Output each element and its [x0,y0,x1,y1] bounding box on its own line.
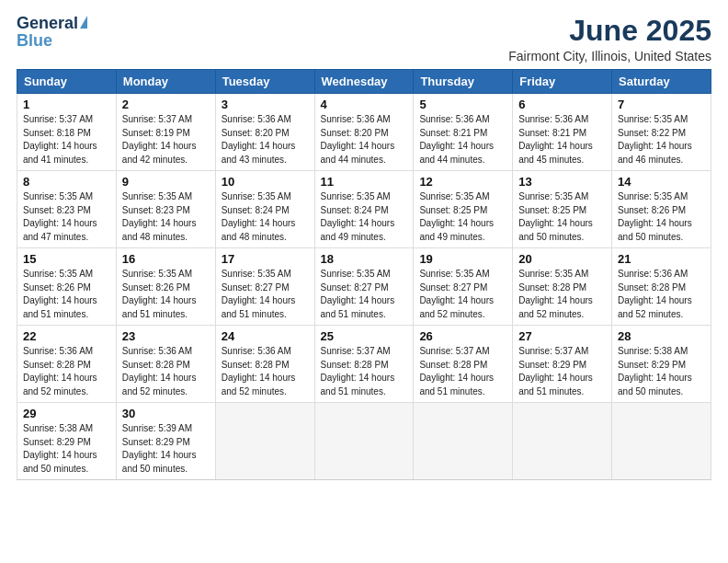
day-number: 2 [122,98,210,111]
day-info: Sunrise: 5:36 AM Sunset: 8:28 PM Dayligh… [222,345,309,398]
sunrise-label: Sunrise: 5:35 AM [518,269,588,279]
daylight-label: Daylight: 14 hours and 44 minutes. [419,141,494,165]
daylight-label: Daylight: 14 hours and 51 minutes. [23,295,97,319]
sunrise-label: Sunrise: 5:37 AM [321,346,391,356]
sunset-label: Sunset: 8:23 PM [122,205,190,215]
day-info: Sunrise: 5:36 AM Sunset: 8:21 PM Dayligh… [419,113,506,167]
sunset-label: Sunset: 8:28 PM [618,282,686,293]
table-row: 12 Sunrise: 5:35 AM Sunset: 8:25 PM Dayl… [414,171,513,248]
header: General Blue June 2025 Fairmont City, Il… [17,15,711,63]
sunset-label: Sunset: 8:20 PM [222,128,290,138]
sunset-label: Sunset: 8:28 PM [122,360,190,370]
daylight-label: Daylight: 14 hours and 49 minutes. [321,218,395,242]
table-row [215,403,314,480]
day-info: Sunrise: 5:37 AM Sunset: 8:29 PM Dayligh… [518,345,606,398]
sunrise-label: Sunrise: 5:35 AM [222,191,291,201]
day-number: 6 [518,98,606,111]
day-number: 19 [419,252,506,266]
sunrise-label: Sunrise: 5:36 AM [518,114,588,124]
day-number: 8 [23,175,110,189]
day-number: 23 [122,329,210,343]
day-number: 27 [518,329,606,343]
daylight-label: Daylight: 14 hours and 48 minutes. [222,218,296,242]
table-row [414,403,513,480]
table-row: 26 Sunrise: 5:37 AM Sunset: 8:28 PM Dayl… [414,326,513,403]
sunrise-label: Sunrise: 5:36 AM [222,346,291,356]
table-row: 28 Sunrise: 5:38 AM Sunset: 8:29 PM Dayl… [612,326,711,403]
sunrise-label: Sunrise: 5:35 AM [518,191,588,201]
sunset-label: Sunset: 8:27 PM [419,282,487,293]
table-row: 24 Sunrise: 5:36 AM Sunset: 8:28 PM Dayl… [215,326,314,403]
day-info: Sunrise: 5:35 AM Sunset: 8:27 PM Dayligh… [419,268,506,321]
daylight-label: Daylight: 14 hours and 51 minutes. [419,373,494,396]
sunset-label: Sunset: 8:24 PM [321,205,389,215]
table-row: 8 Sunrise: 5:35 AM Sunset: 8:23 PM Dayli… [17,171,117,248]
daylight-label: Daylight: 14 hours and 41 minutes. [23,141,97,165]
sunrise-label: Sunrise: 5:35 AM [23,269,93,279]
daylight-label: Daylight: 14 hours and 51 minutes. [518,373,593,396]
calendar-week-row: 29 Sunrise: 5:38 AM Sunset: 8:29 PM Dayl… [17,403,711,480]
day-number: 18 [321,252,408,266]
day-info: Sunrise: 5:35 AM Sunset: 8:22 PM Dayligh… [618,113,705,167]
day-info: Sunrise: 5:36 AM Sunset: 8:28 PM Dayligh… [23,345,110,398]
sunrise-label: Sunrise: 5:35 AM [23,191,93,201]
day-info: Sunrise: 5:35 AM Sunset: 8:23 PM Dayligh… [23,190,110,244]
sunrise-label: Sunrise: 5:38 AM [23,423,93,433]
day-number: 1 [23,98,110,111]
sunset-label: Sunset: 8:23 PM [23,205,91,215]
daylight-label: Daylight: 14 hours and 42 minutes. [122,141,197,165]
daylight-label: Daylight: 14 hours and 52 minutes. [618,295,692,319]
sunrise-label: Sunrise: 5:35 AM [122,191,192,201]
day-info: Sunrise: 5:35 AM Sunset: 8:25 PM Dayligh… [419,190,506,244]
sunrise-label: Sunrise: 5:36 AM [321,114,391,124]
day-info: Sunrise: 5:35 AM Sunset: 8:24 PM Dayligh… [321,190,408,244]
day-info: Sunrise: 5:38 AM Sunset: 8:29 PM Dayligh… [618,345,705,398]
day-info: Sunrise: 5:36 AM Sunset: 8:20 PM Dayligh… [222,113,309,167]
sunrise-label: Sunrise: 5:36 AM [419,114,489,124]
daylight-label: Daylight: 14 hours and 52 minutes. [518,295,593,319]
col-saturday: Saturday [612,70,711,94]
sunset-label: Sunset: 8:27 PM [222,282,290,293]
daylight-label: Daylight: 14 hours and 52 minutes. [222,373,296,396]
daylight-label: Daylight: 14 hours and 49 minutes. [419,218,494,242]
sunset-label: Sunset: 8:28 PM [419,360,487,370]
sunrise-label: Sunrise: 5:35 AM [321,269,391,279]
table-row: 3 Sunrise: 5:36 AM Sunset: 8:20 PM Dayli… [215,94,314,171]
sunrise-label: Sunrise: 5:35 AM [419,269,489,279]
daylight-label: Daylight: 14 hours and 46 minutes. [618,141,692,165]
daylight-label: Daylight: 14 hours and 44 minutes. [321,141,395,165]
table-row: 19 Sunrise: 5:35 AM Sunset: 8:27 PM Dayl… [414,248,513,326]
day-number: 26 [419,329,506,343]
col-friday: Friday [513,70,612,94]
day-number: 4 [321,98,408,111]
daylight-label: Daylight: 14 hours and 51 minutes. [222,295,296,319]
col-wednesday: Wednesday [314,70,414,94]
day-info: Sunrise: 5:36 AM Sunset: 8:28 PM Dayligh… [122,345,210,398]
sunset-label: Sunset: 8:28 PM [23,360,91,370]
sunset-label: Sunset: 8:29 PM [122,437,190,447]
daylight-label: Daylight: 14 hours and 50 minutes. [618,218,692,242]
sunset-label: Sunset: 8:29 PM [23,437,91,447]
day-number: 12 [419,175,506,189]
daylight-label: Daylight: 14 hours and 52 minutes. [23,373,97,396]
table-row: 7 Sunrise: 5:35 AM Sunset: 8:22 PM Dayli… [612,94,711,171]
page: General Blue June 2025 Fairmont City, Il… [0,0,728,563]
table-row: 20 Sunrise: 5:35 AM Sunset: 8:28 PM Dayl… [513,248,612,326]
sunset-label: Sunset: 8:28 PM [321,360,389,370]
table-row: 2 Sunrise: 5:37 AM Sunset: 8:19 PM Dayli… [116,94,215,171]
sunset-label: Sunset: 8:25 PM [518,205,586,215]
day-number: 3 [222,98,309,111]
day-number: 13 [518,175,606,189]
day-number: 17 [222,252,309,266]
sunrise-label: Sunrise: 5:36 AM [23,346,93,356]
sunrise-label: Sunrise: 5:35 AM [321,191,391,201]
daylight-label: Daylight: 14 hours and 45 minutes. [518,141,593,165]
sunset-label: Sunset: 8:28 PM [222,360,290,370]
daylight-label: Daylight: 14 hours and 43 minutes. [222,141,296,165]
table-row: 27 Sunrise: 5:37 AM Sunset: 8:29 PM Dayl… [513,326,612,403]
sunset-label: Sunset: 8:24 PM [222,205,290,215]
sunset-label: Sunset: 8:21 PM [518,128,586,138]
day-info: Sunrise: 5:37 AM Sunset: 8:28 PM Dayligh… [321,345,408,398]
table-row: 29 Sunrise: 5:38 AM Sunset: 8:29 PM Dayl… [17,403,117,480]
daylight-label: Daylight: 14 hours and 50 minutes. [618,373,692,396]
